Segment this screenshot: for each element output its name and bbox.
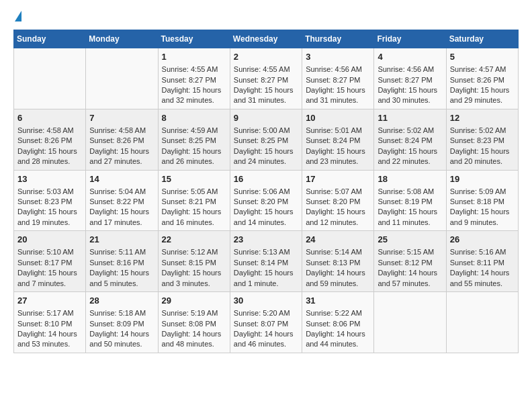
calendar-cell: 21Sunrise: 5:11 AMSunset: 8:16 PMDayligh…: [86, 231, 158, 292]
day-info-line: Daylight: 15 hours and 7 minutes.: [17, 268, 82, 289]
day-info-line: Sunset: 8:26 PM: [89, 136, 154, 146]
day-info-line: Sunset: 8:18 PM: [450, 197, 515, 207]
day-info-line: Sunset: 8:26 PM: [17, 136, 82, 146]
logo-triangle-icon: [15, 11, 21, 21]
calendar-body: 1Sunrise: 4:55 AMSunset: 8:27 PMDaylight…: [14, 48, 519, 353]
day-info-line: Daylight: 15 hours and 14 minutes.: [234, 207, 298, 228]
day-number: 24: [306, 234, 370, 246]
day-info-line: Daylight: 15 hours and 1 minute.: [234, 268, 298, 289]
day-info-line: Sunset: 8:24 PM: [306, 136, 370, 146]
day-info-line: Sunset: 8:19 PM: [378, 197, 442, 207]
day-info-line: Daylight: 14 hours and 55 minutes.: [450, 268, 515, 289]
day-info-line: Sunrise: 5:15 AM: [378, 247, 442, 257]
day-info-line: Sunrise: 4:57 AM: [450, 64, 515, 75]
day-info-line: Daylight: 15 hours and 9 minutes.: [450, 207, 515, 228]
day-info-line: Sunset: 8:23 PM: [450, 136, 515, 146]
calendar-header: SundayMondayTuesdayWednesdayThursdayFrid…: [14, 30, 519, 48]
day-info-line: Sunset: 8:06 PM: [306, 319, 370, 329]
day-info-line: Sunset: 8:10 PM: [17, 319, 82, 329]
calendar-cell: 20Sunrise: 5:10 AMSunset: 8:17 PMDayligh…: [14, 231, 86, 292]
day-info-line: Daylight: 15 hours and 5 minutes.: [89, 268, 154, 289]
calendar-cell: 10Sunrise: 5:01 AMSunset: 8:24 PMDayligh…: [302, 109, 374, 170]
day-info-line: Daylight: 15 hours and 26 minutes.: [162, 146, 226, 167]
day-info-line: Sunset: 8:22 PM: [89, 197, 154, 207]
calendar-cell: 27Sunrise: 5:17 AMSunset: 8:10 PMDayligh…: [14, 292, 86, 353]
week-row-3: 13Sunrise: 5:03 AMSunset: 8:23 PMDayligh…: [14, 170, 519, 231]
calendar-cell: 24Sunrise: 5:14 AMSunset: 8:13 PMDayligh…: [302, 231, 374, 292]
day-number: 19: [450, 173, 515, 185]
day-info-line: Sunset: 8:09 PM: [89, 319, 154, 329]
day-info-line: Sunrise: 4:56 AM: [306, 64, 370, 75]
day-number: 5: [450, 51, 515, 63]
day-info-line: Sunrise: 5:06 AM: [234, 187, 298, 197]
day-number: 21: [89, 234, 154, 246]
day-info-line: Sunrise: 5:05 AM: [162, 187, 226, 197]
calendar-cell: [86, 48, 158, 109]
days-of-week-row: SundayMondayTuesdayWednesdayThursdayFrid…: [14, 30, 519, 48]
day-info-line: Sunrise: 4:59 AM: [162, 126, 226, 136]
day-info-line: Daylight: 15 hours and 24 minutes.: [234, 146, 298, 167]
day-number: 13: [17, 173, 82, 185]
day-info-line: Sunrise: 5:13 AM: [234, 247, 298, 257]
day-info-line: Daylight: 14 hours and 50 minutes.: [89, 329, 154, 350]
calendar-cell: 4Sunrise: 4:56 AMSunset: 8:27 PMDaylight…: [374, 48, 446, 109]
day-header-thursday: Thursday: [302, 30, 374, 48]
day-number: 26: [450, 234, 515, 246]
day-info-line: Sunset: 8:21 PM: [162, 197, 226, 207]
day-info-line: Daylight: 14 hours and 48 minutes.: [162, 329, 226, 350]
day-info-line: Daylight: 15 hours and 23 minutes.: [306, 146, 370, 167]
day-number: 6: [17, 112, 82, 124]
calendar-cell: 28Sunrise: 5:18 AMSunset: 8:09 PMDayligh…: [86, 292, 158, 353]
day-info-line: Sunset: 8:26 PM: [450, 75, 515, 85]
day-info-line: Sunset: 8:23 PM: [17, 197, 82, 207]
day-info-line: Sunrise: 5:10 AM: [17, 247, 82, 257]
day-info-line: Daylight: 15 hours and 29 minutes.: [450, 85, 515, 106]
day-number: 16: [234, 173, 298, 185]
calendar-cell: 14Sunrise: 5:04 AMSunset: 8:22 PMDayligh…: [86, 170, 158, 231]
calendar-cell: 6Sunrise: 4:58 AMSunset: 8:26 PMDaylight…: [14, 109, 86, 170]
day-info-line: Sunset: 8:11 PM: [450, 258, 515, 268]
day-info-line: Daylight: 14 hours and 44 minutes.: [306, 329, 370, 350]
day-info-line: Sunset: 8:27 PM: [162, 75, 226, 85]
day-info-line: Daylight: 15 hours and 19 minutes.: [17, 207, 82, 228]
day-info-line: Sunrise: 5:03 AM: [17, 187, 82, 197]
calendar-cell: [374, 292, 446, 353]
day-info-line: Daylight: 15 hours and 31 minutes.: [306, 85, 370, 106]
day-info-line: Daylight: 15 hours and 20 minutes.: [450, 146, 515, 167]
calendar-cell: 8Sunrise: 4:59 AMSunset: 8:25 PMDaylight…: [158, 109, 230, 170]
day-info-line: Daylight: 15 hours and 32 minutes.: [162, 85, 226, 106]
calendar-cell: 2Sunrise: 4:55 AMSunset: 8:27 PMDaylight…: [230, 48, 302, 109]
calendar-cell: [14, 48, 86, 109]
day-info-line: Daylight: 15 hours and 30 minutes.: [378, 85, 442, 106]
day-info-line: Sunrise: 5:16 AM: [450, 247, 515, 257]
day-number: 4: [378, 51, 442, 63]
day-number: 3: [306, 51, 370, 63]
day-info-line: Sunrise: 5:14 AM: [306, 247, 370, 257]
day-info-line: Sunset: 8:25 PM: [234, 136, 298, 146]
day-info-line: Sunrise: 5:22 AM: [306, 308, 370, 318]
day-info-line: Daylight: 15 hours and 12 minutes.: [306, 207, 370, 228]
day-number: 1: [162, 51, 226, 63]
day-number: 22: [162, 234, 226, 246]
day-info-line: Sunset: 8:27 PM: [234, 75, 298, 85]
day-number: 12: [450, 112, 515, 124]
day-info-line: Sunrise: 5:01 AM: [306, 126, 370, 136]
day-info-line: Sunrise: 5:02 AM: [450, 126, 515, 136]
calendar-cell: 3Sunrise: 4:56 AMSunset: 8:27 PMDaylight…: [302, 48, 374, 109]
day-info-line: Sunrise: 5:07 AM: [306, 187, 370, 197]
day-info-line: Daylight: 15 hours and 16 minutes.: [162, 207, 226, 228]
day-info-line: Sunrise: 5:00 AM: [234, 126, 298, 136]
calendar-cell: 19Sunrise: 5:09 AMSunset: 8:18 PMDayligh…: [446, 170, 518, 231]
week-row-2: 6Sunrise: 4:58 AMSunset: 8:26 PMDaylight…: [14, 109, 519, 170]
calendar-cell: 17Sunrise: 5:07 AMSunset: 8:20 PMDayligh…: [302, 170, 374, 231]
day-number: 23: [234, 234, 298, 246]
day-number: 27: [17, 295, 82, 307]
day-info-line: Daylight: 14 hours and 57 minutes.: [378, 268, 442, 289]
day-info-line: Sunset: 8:07 PM: [234, 319, 298, 329]
day-info-line: Sunrise: 5:11 AM: [89, 247, 154, 257]
day-info-line: Sunrise: 5:18 AM: [89, 308, 154, 318]
calendar-cell: 31Sunrise: 5:22 AMSunset: 8:06 PMDayligh…: [302, 292, 374, 353]
day-info-line: Sunrise: 5:02 AM: [378, 126, 442, 136]
day-number: 28: [89, 295, 154, 307]
calendar-cell: 13Sunrise: 5:03 AMSunset: 8:23 PMDayligh…: [14, 170, 86, 231]
